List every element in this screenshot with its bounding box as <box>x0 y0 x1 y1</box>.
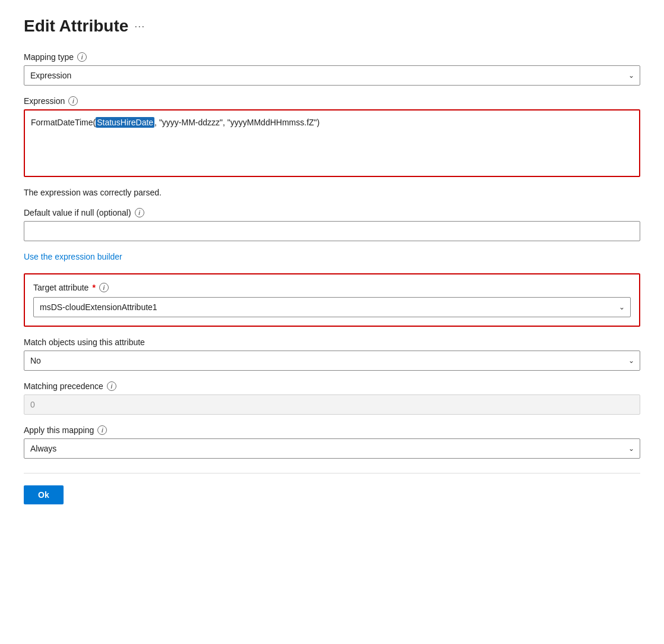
expression-info-icon[interactable]: i <box>68 96 78 106</box>
match-objects-label: Match objects using this attribute <box>24 337 640 347</box>
expression-label: Expression i <box>24 96 640 106</box>
match-objects-select-wrapper: No Yes ⌄ <box>24 351 640 371</box>
matching-precedence-info-icon[interactable]: i <box>107 381 116 391</box>
mapping-type-label: Mapping type i <box>24 52 640 62</box>
default-value-input[interactable] <box>24 221 640 241</box>
required-star: * <box>92 283 95 292</box>
parsed-message-section: The expression was correctly parsed. <box>24 188 640 197</box>
title-row: Edit Attribute ··· <box>24 17 640 36</box>
target-attribute-label: Target attribute * i <box>33 283 631 292</box>
more-options-icon[interactable]: ··· <box>134 20 145 33</box>
match-objects-select[interactable]: No Yes <box>24 351 640 371</box>
target-attribute-section: Target attribute * i msDS-cloudExtension… <box>24 273 640 327</box>
page-title: Edit Attribute <box>24 17 128 36</box>
mapping-type-section: Mapping type i Expression Direct Constan… <box>24 52 640 86</box>
matching-precedence-label: Matching precedence i <box>24 381 640 391</box>
apply-mapping-select[interactable]: Always Only during object creation Only … <box>24 438 640 459</box>
expression-builder-link[interactable]: Use the expression builder <box>24 252 122 261</box>
target-attribute-select[interactable]: msDS-cloudExtensionAttribute1 <box>33 297 631 317</box>
expression-textarea-wrapper: FormatDateTime(StatusHireDate, "yyyy-MM-… <box>24 109 640 177</box>
mapping-type-select-wrapper: Expression Direct Constant ⌄ <box>24 65 640 86</box>
apply-mapping-label: Apply this mapping i <box>24 425 640 435</box>
expression-suffix: , "yyyy-MM-ddzzz", "yyyyMMddHHmmss.fZ") <box>154 118 320 127</box>
expression-section: Expression i FormatDateTime(StatusHireDa… <box>24 96 640 177</box>
ok-button[interactable]: Ok <box>24 485 64 504</box>
parsed-message: The expression was correctly parsed. <box>24 188 640 197</box>
page-container: Edit Attribute ··· Mapping type i Expres… <box>0 0 664 528</box>
matching-precedence-input <box>24 394 640 415</box>
matching-precedence-section: Matching precedence i <box>24 381 640 415</box>
target-attribute-info-icon[interactable]: i <box>99 283 109 292</box>
default-value-info-icon[interactable]: i <box>135 208 144 217</box>
apply-mapping-info-icon[interactable]: i <box>97 425 107 435</box>
expression-prefix: FormatDateTime( <box>31 118 96 127</box>
match-objects-section: Match objects using this attribute No Ye… <box>24 337 640 371</box>
mapping-type-select[interactable]: Expression Direct Constant <box>24 65 640 86</box>
target-attribute-select-wrapper: msDS-cloudExtensionAttribute1 ⌄ <box>33 297 631 317</box>
expression-highlighted: StatusHireDate <box>96 117 154 128</box>
apply-mapping-section: Apply this mapping i Always Only during … <box>24 425 640 459</box>
mapping-type-info-icon[interactable]: i <box>77 52 87 62</box>
apply-mapping-select-wrapper: Always Only during object creation Only … <box>24 438 640 459</box>
default-value-section: Default value if null (optional) i <box>24 208 640 241</box>
expression-content[interactable]: FormatDateTime(StatusHireDate, "yyyy-MM-… <box>25 111 639 176</box>
default-value-label: Default value if null (optional) i <box>24 208 640 217</box>
divider <box>24 473 640 473</box>
